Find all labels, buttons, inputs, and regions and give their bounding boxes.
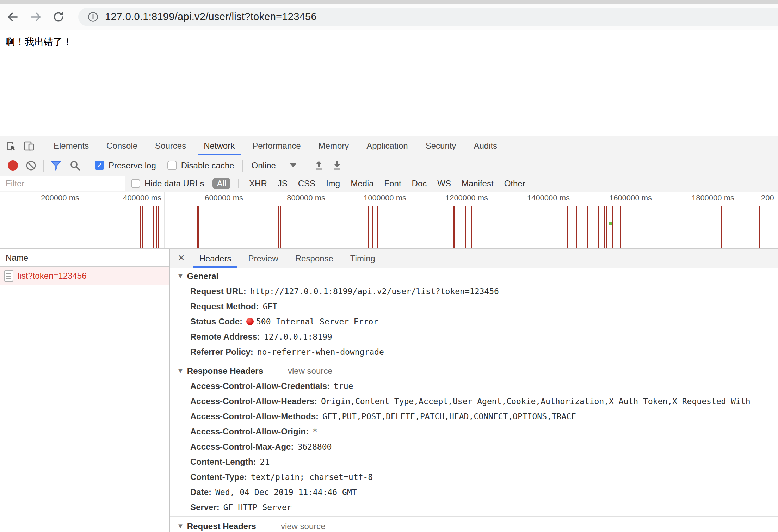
disclosure-triangle-icon: ▼	[177, 272, 184, 280]
inspect-cursor-icon	[5, 140, 17, 152]
request-list-panel: Name list?token=123456	[0, 249, 170, 532]
forward-arrow-icon	[29, 10, 43, 24]
reload-button[interactable]	[51, 10, 66, 24]
filter-type-img[interactable]: Img	[326, 179, 340, 188]
toolbar-separator	[43, 160, 44, 172]
timeline-tick-label: 1200000 ms	[445, 193, 488, 203]
timeline-request-bar	[612, 206, 613, 248]
timeline-request-bar	[453, 206, 455, 248]
timeline-request-bar	[372, 206, 373, 248]
timeline-tick-label: 200000 ms	[41, 193, 79, 203]
timeline-gridline	[246, 192, 246, 248]
tab-audits[interactable]: Audits	[465, 136, 506, 155]
filter-type-js[interactable]: JS	[278, 179, 288, 188]
request-list-header[interactable]: Name	[0, 249, 169, 267]
header-row: Access-Control-Allow-Origin:*	[170, 424, 778, 439]
tab-memory[interactable]: Memory	[310, 136, 358, 155]
upload-icon	[313, 160, 325, 171]
close-icon[interactable]: ×	[170, 251, 191, 266]
header-row: Server:GF HTTP Server	[170, 500, 778, 515]
timeline-tick-label: 1400000 ms	[527, 193, 570, 203]
browser-window: 127.0.0.1:8199/api.v2/user/list?token=12…	[0, 0, 778, 532]
search-icon	[69, 160, 81, 172]
timeline-gridline	[164, 192, 165, 248]
search-button[interactable]	[68, 159, 82, 172]
hide-data-urls-checkbox[interactable]	[131, 179, 140, 188]
timeline-request-bar	[576, 206, 577, 248]
filter-type-other[interactable]: Other	[504, 179, 525, 188]
tab-performance[interactable]: Performance	[243, 136, 309, 155]
timeline-gridline	[737, 192, 737, 248]
request-name: list?token=123456	[18, 271, 87, 281]
response-headers-section-header[interactable]: ▼ Response Headers view source	[170, 363, 778, 378]
header-row: Access-Control-Allow-Headers:Origin,Cont…	[170, 394, 778, 409]
tab-headers[interactable]: Headers	[191, 249, 240, 268]
filter-input[interactable]	[0, 176, 125, 191]
filter-type-font[interactable]: Font	[384, 179, 401, 188]
clear-icon	[25, 160, 37, 171]
device-toolbar-button[interactable]	[23, 139, 36, 153]
tab-application[interactable]: Application	[358, 136, 416, 155]
filter-type-manifest[interactable]: Manifest	[462, 179, 494, 188]
timeline-request-bar	[153, 206, 154, 248]
request-row[interactable]: list?token=123456	[0, 267, 169, 285]
filter-type-doc[interactable]: Doc	[412, 179, 427, 188]
section-divider	[170, 516, 778, 517]
request-headers-section-header[interactable]: ▼ Request Headers view source	[170, 519, 778, 532]
tab-security[interactable]: Security	[417, 136, 465, 155]
network-overview[interactable]: 200000 ms400000 ms600000 ms800000 ms1000…	[0, 192, 778, 249]
timeline-gridline	[328, 192, 328, 248]
toolbar-separator	[41, 140, 41, 152]
filter-type-all[interactable]: All	[212, 178, 230, 189]
tab-preview[interactable]: Preview	[240, 249, 286, 268]
inspect-element-button[interactable]	[4, 139, 18, 153]
tab-elements[interactable]: Elements	[45, 136, 98, 155]
timeline-request-bar	[567, 206, 568, 248]
general-section-header[interactable]: ▼ General	[170, 268, 778, 284]
back-button[interactable]	[6, 10, 20, 24]
import-har-button[interactable]	[312, 159, 326, 172]
view-source-link[interactable]: view source	[288, 366, 333, 376]
toolbar-separator	[242, 160, 243, 172]
header-row: Content-Length:21	[170, 454, 778, 469]
view-source-link[interactable]: view source	[281, 521, 326, 531]
reload-icon	[52, 10, 65, 24]
clear-button[interactable]	[24, 159, 38, 172]
tab-sources[interactable]: Sources	[146, 136, 195, 155]
export-har-button[interactable]	[331, 159, 344, 172]
section-divider	[170, 361, 778, 361]
timeline-request-bar	[604, 206, 605, 248]
tab-console[interactable]: Console	[98, 136, 146, 155]
forward-button[interactable]	[29, 10, 43, 24]
disable-cache-checkbox[interactable]	[167, 161, 177, 170]
preserve-log-checkbox[interactable]: ✓	[95, 161, 104, 170]
tab-network[interactable]: Network	[195, 136, 243, 155]
tab-timing[interactable]: Timing	[342, 249, 384, 268]
timeline-request-bar	[197, 206, 198, 248]
download-icon	[332, 160, 343, 171]
filter-type-ws[interactable]: WS	[437, 179, 451, 188]
timeline-request-bar	[721, 206, 722, 248]
throttling-value: Online	[251, 161, 276, 171]
filter-type-media[interactable]: Media	[351, 179, 373, 188]
url-bar[interactable]: 127.0.0.1:8199/api.v2/user/list?token=12…	[78, 8, 778, 26]
disclosure-triangle-icon: ▼	[177, 522, 184, 530]
toolbar-separator	[88, 160, 88, 172]
timeline-request-bar	[465, 206, 466, 248]
record-network-log-button[interactable]	[8, 160, 18, 171]
filter-type-css[interactable]: CSS	[298, 179, 315, 188]
hide-data-urls-label[interactable]: Hide data URLs	[144, 179, 204, 188]
disable-cache-label[interactable]: Disable cache	[181, 161, 234, 171]
disclosure-triangle-icon: ▼	[177, 367, 184, 375]
filter-type-xhr[interactable]: XHR	[249, 179, 267, 188]
back-arrow-icon	[6, 10, 19, 24]
throttling-dropdown[interactable]: Online	[251, 161, 296, 171]
header-row: Access-Control-Allow-Methods:GET,PUT,POS…	[170, 409, 778, 424]
tab-response[interactable]: Response	[287, 249, 342, 268]
info-icon[interactable]	[87, 11, 99, 23]
device-toolbar-icon	[23, 140, 36, 152]
timeline-request-bar	[759, 206, 760, 248]
preserve-log-label[interactable]: Preserve log	[109, 161, 156, 171]
filter-toggle-button[interactable]	[49, 159, 63, 172]
url-text: 127.0.0.1:8199/api.v2/user/list?token=12…	[105, 11, 317, 23]
